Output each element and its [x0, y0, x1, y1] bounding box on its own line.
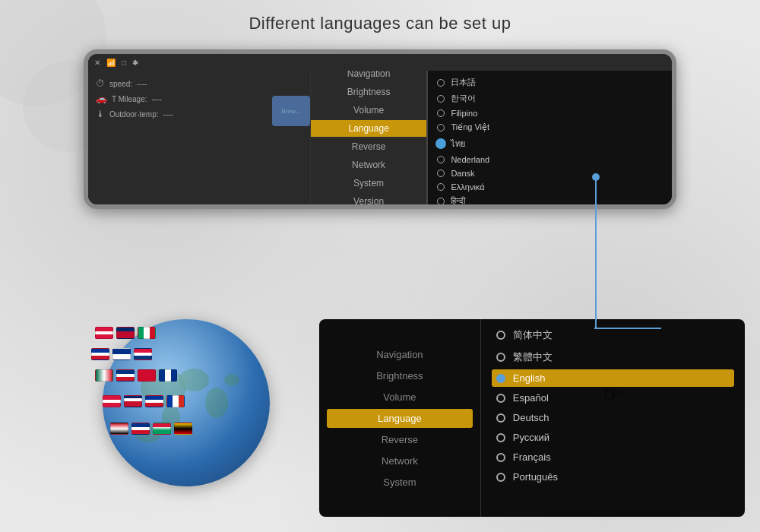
list-item[interactable]: Tiếng Việt	[437, 121, 663, 134]
flag-item	[112, 348, 131, 360]
car-icon: 🚗	[96, 93, 107, 104]
flag-item	[91, 348, 109, 360]
lang-traditional-chinese: 繁體中文	[513, 350, 553, 364]
lang-spanish: Español	[513, 392, 549, 404]
menu-network[interactable]: Network	[311, 157, 427, 173]
bottom-panel: Navigation Brightness Volume Language Re…	[319, 319, 745, 517]
flag-item	[174, 423, 192, 435]
radio-french	[496, 453, 505, 462]
list-item[interactable]: Ελληνικά	[437, 181, 663, 193]
connector-dot-top	[592, 173, 600, 181]
browser-label: Brow...	[282, 108, 300, 115]
list-item[interactable]: Français	[492, 448, 734, 466]
wifi-icon: 📶	[106, 59, 116, 67]
bottom-menu-volume[interactable]: Volume	[327, 388, 473, 407]
radio-korean	[437, 95, 445, 103]
temp-label: Outdoor-temp:	[109, 110, 158, 119]
lang-filipino: Filipino	[451, 109, 477, 118]
list-item[interactable]: 한국어	[437, 91, 663, 106]
lang-portuguese: Português	[513, 471, 558, 483]
flag-item	[145, 395, 163, 407]
lang-greek: Ελληνικά	[451, 182, 484, 192]
bottom-language-panel: 简体中文 繁體中文 English Español Deutsch Русски…	[481, 319, 745, 517]
menu-language[interactable]: Language	[311, 120, 427, 137]
radio-russian	[496, 433, 505, 442]
bottom-menu-system[interactable]: System	[327, 473, 473, 492]
svg-point-1	[179, 369, 209, 391]
radio-spanish	[496, 394, 505, 403]
temp-icon: 🌡	[96, 109, 105, 119]
lang-korean: 한국어	[451, 93, 476, 104]
flags-more	[103, 395, 186, 407]
mileage-label: T Mileage:	[112, 95, 147, 103]
list-item[interactable]: Filipino	[437, 107, 663, 119]
flag-item	[103, 395, 121, 407]
device-frame: ✕ 📶 □ ✱ ⏱ speed: ---- 🚗 T Mileage: ---- …	[84, 49, 676, 209]
radio-dutch	[437, 156, 445, 163]
lang-danish: Dansk	[451, 169, 474, 178]
bluetooth-icon: ✱	[132, 59, 138, 67]
list-item[interactable]: Deutsch	[492, 409, 734, 426]
flags-mid-left	[91, 348, 154, 360]
flag-item	[116, 327, 135, 339]
device-menu-panel: Navigation Brightness Volume Language Re…	[310, 71, 427, 204]
radio-portuguese	[496, 473, 505, 482]
bottom-menu-navigation[interactable]: Navigation	[327, 345, 473, 364]
menu-system[interactable]: System	[311, 175, 427, 192]
connector-line-vertical	[595, 176, 597, 328]
radio-hindi	[437, 198, 445, 205]
device-language-panel: 日本語 한국어 Filipino Tiếng Việt ไทย Nederlan…	[426, 71, 672, 204]
lang-french: Français	[513, 451, 551, 463]
globe-container	[84, 304, 304, 517]
list-item[interactable]: Português	[492, 468, 734, 486]
list-item[interactable]: 日本語	[437, 75, 663, 90]
flag-item	[95, 369, 113, 382]
flag-item	[166, 395, 185, 407]
lang-vietnamese: Tiếng Việt	[451, 122, 489, 132]
bottom-menu-language[interactable]: Language	[327, 409, 473, 428]
flag-item	[131, 423, 150, 435]
radio-japanese	[437, 79, 445, 87]
speed-row: ⏱ speed: ----	[96, 78, 302, 89]
list-item[interactable]: Русский	[492, 429, 734, 446]
radio-english	[496, 374, 505, 383]
radio-danish	[437, 169, 445, 177]
list-item[interactable]: 繁體中文	[492, 347, 734, 367]
bottom-menu-reverse[interactable]: Reverse	[327, 430, 473, 449]
menu-version[interactable]: Version	[311, 193, 427, 209]
svg-point-2	[205, 388, 228, 418]
radio-greek	[437, 183, 445, 191]
globe-wrapper	[103, 319, 285, 502]
speed-icon: ⏱	[96, 78, 105, 89]
flag-item	[95, 327, 113, 339]
radio-german	[496, 413, 505, 423]
device-left-panel: ⏱ speed: ---- 🚗 T Mileage: ---- 🌡 Outdoo…	[88, 71, 310, 204]
list-item[interactable]: Dansk	[437, 167, 663, 179]
flag-item	[116, 369, 135, 382]
radio-vietnamese	[437, 124, 445, 131]
radio-filipino	[437, 109, 445, 117]
menu-reverse[interactable]: Reverse	[311, 138, 427, 155]
menu-volume[interactable]: Volume	[311, 102, 427, 119]
speed-label: speed:	[109, 80, 132, 88]
menu-brightness[interactable]: Brightness	[311, 84, 427, 100]
browser-thumbnail[interactable]: Brow...	[272, 96, 310, 126]
svg-point-5	[224, 374, 239, 386]
lang-simplified-chinese: 简体中文	[513, 328, 553, 342]
list-item[interactable]: हिन्दी	[437, 195, 663, 204]
bottom-menu-brightness[interactable]: Brightness	[327, 366, 473, 385]
bottom-menu-network[interactable]: Network	[327, 451, 473, 470]
list-item[interactable]: ไทย	[437, 135, 663, 152]
temp-value: ----	[163, 110, 173, 119]
radio-thai	[437, 140, 445, 147]
list-item[interactable]: Nederland	[437, 154, 663, 166]
speed-value: ----	[137, 80, 147, 88]
radio-traditional-chinese	[496, 353, 505, 362]
lang-hindi: हिन्दी	[451, 196, 465, 204]
flag-item	[138, 327, 156, 339]
mileage-value: ----	[152, 95, 162, 103]
lang-english: English	[513, 372, 546, 384]
lang-german: Deutsch	[513, 412, 549, 423]
connector-line-horizontal	[594, 328, 661, 329]
flag-item	[159, 369, 177, 382]
